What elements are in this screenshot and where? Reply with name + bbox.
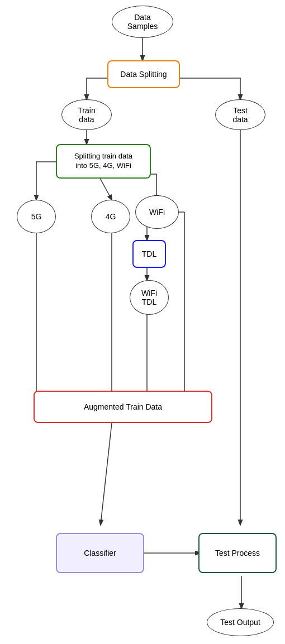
data-samples-node: Data Samples [112, 6, 173, 38]
data-splitting-node: Data Splitting [107, 60, 180, 88]
4g-node: 4G [91, 200, 130, 233]
classifier-node: Classifier [56, 533, 144, 573]
augmented-label: Augmented Train Data [84, 402, 162, 411]
wifi-label: WiFi [149, 208, 165, 217]
test-process-label: Test Process [215, 549, 260, 558]
wifi-tdl-label: WiFi TDL [141, 289, 157, 306]
5g-label: 5G [31, 212, 42, 221]
splitting-train-node: Splitting train data into 5G, 4G, WiFi [56, 144, 151, 179]
data-splitting-label: Data Splitting [120, 70, 167, 79]
test-output-node: Test Output [207, 608, 274, 636]
test-data-label: Test data [232, 106, 248, 124]
wifi-node: WiFi [135, 195, 179, 229]
tdl-label: TDL [142, 249, 156, 258]
5g-node: 5G [17, 200, 56, 233]
test-process-node: Test Process [198, 533, 277, 573]
train-data-node: Train data [61, 99, 112, 130]
classifier-label: Classifier [84, 549, 116, 558]
tdl-node: TDL [132, 240, 166, 268]
diagram: Data Samples Data Splitting Train data T… [0, 0, 285, 644]
train-data-label: Train data [78, 106, 95, 124]
4g-label: 4G [106, 212, 116, 221]
svg-line-11 [101, 423, 112, 525]
augmented-node: Augmented Train Data [34, 391, 212, 423]
wifi-tdl-node: WiFi TDL [130, 280, 169, 315]
test-output-label: Test Output [220, 618, 260, 627]
data-samples-label: Data Samples [127, 13, 158, 31]
splitting-train-label: Splitting train data into 5G, 4G, WiFi [74, 152, 132, 171]
test-data-node: Test data [215, 99, 265, 130]
